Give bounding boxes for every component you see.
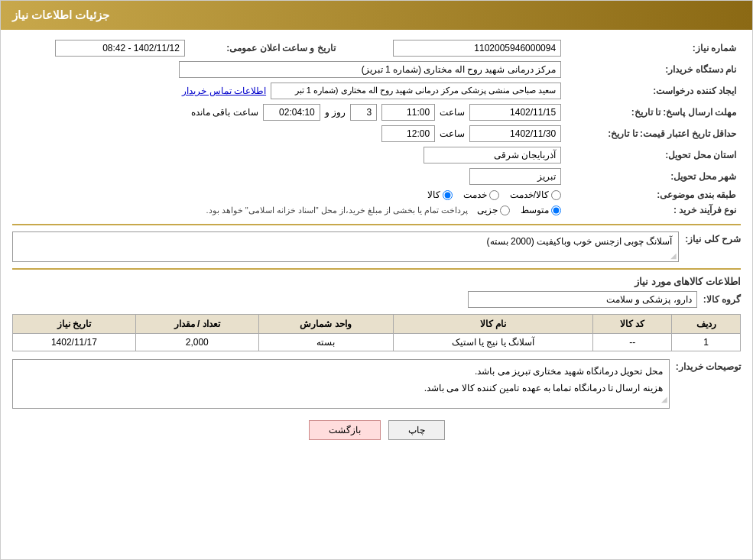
cell-namKala: آسلانگ یا نیج یا استیک [393, 334, 593, 351]
cell-radif: 1 [672, 334, 741, 351]
value-tarikhElan: 1402/11/12 - 08:42 [55, 40, 185, 57]
label-tarikhErsalPasokh: مهلت ارسال پاسخ: تا تاریخ: [566, 102, 741, 123]
value-ijadKonande: سعید صباحی منشی پزشکی مرکز درمانی شهید ر… [271, 83, 561, 99]
radio-kala-khadamat[interactable]: کالا/خدمت [510, 189, 561, 200]
value-shomareNiaz: 1102005946000094 [393, 40, 561, 57]
main-info-table: شماره نیاز: 1102005946000094 تاریخ و ساع… [12, 37, 741, 218]
noeFarayand-note: پرداخت تمام یا بخشی از مبلغ خرید،از محل … [206, 206, 469, 215]
table-row: 1--آسلانگ یا نیج یا استیکبسته2,0001402/1… [13, 334, 741, 351]
row-noeFarayand: نوع فرآیند خرید : متوسط جزیی [12, 202, 741, 218]
label-tarikhElan: تاریخ و ساعت اعلان عمومی: [190, 37, 340, 59]
row-namDastgah: نام دستگاه خریدار: مرکز درمانی شهید روح … [12, 59, 741, 80]
sharh-koli-row: شرح کلی نیاز: آسلانگ چوبی ازجنس خوب وباک… [12, 231, 741, 262]
label-namDastgah: نام دستگاه خریدار: [566, 59, 741, 80]
label-saat2: ساعت [440, 128, 465, 139]
cell-tedad: 2,000 [135, 334, 258, 351]
cell-vahed: بسته [258, 334, 393, 351]
label-shomareNiaz: شماره نیاز: [566, 37, 741, 59]
row-ostan: استان محل تحویل: آذربایجان شرقی [12, 144, 741, 166]
page-header: جزئیات اطلاعات نیاز [1, 1, 752, 30]
group-kala-row: گروه کالا: دارو، پزشکی و سلامت [12, 291, 741, 308]
value-groupKala: دارو، پزشکی و سلامت [468, 291, 697, 308]
row-shomareNiaz: شماره نیاز: 1102005946000094 تاریخ و ساع… [12, 37, 741, 59]
contact-info-link[interactable]: اطلاعات تماس خریدار [182, 86, 266, 96]
page-wrapper: جزئیات اطلاعات نیاز شماره نیاز: 11020059… [0, 0, 753, 560]
value-ersal-date: 1402/11/15 [469, 104, 561, 121]
col-kodKala: کد کالا [593, 315, 672, 334]
goods-table-head: ردیف کد کالا نام کالا واحد شمارش تعداد /… [13, 315, 741, 334]
value-sharhKoli: آسلانگ چوبی ازجنس خوب وباکیفیت (2000 بست… [12, 231, 679, 262]
button-row: چاپ بازگشت [12, 420, 741, 440]
row-shahr: شهر محل تحویل: تبریز [12, 166, 741, 187]
divider1 [12, 224, 741, 225]
label-saat1: ساعت [440, 107, 465, 118]
value-hadAqal-date: 1402/11/30 [469, 125, 561, 142]
label-shahr: شهر محل تحویل: [566, 166, 741, 187]
kalaha-section-title: اطلاعات کالاهای مورد نیاز [12, 276, 741, 287]
value-namDastgah: مرکز درمانی شهید روح اله مختاری (شماره 1… [179, 61, 561, 78]
label-ostan: استان محل تحویل: [566, 144, 741, 166]
value-shahr: تبریز [469, 168, 561, 185]
goods-table-header-row: ردیف کد کالا نام کالا واحد شمارش تعداد /… [13, 315, 741, 334]
print-button[interactable]: چاپ [388, 420, 445, 440]
value-ersal-rooz: 3 [350, 104, 377, 121]
radio-motovaset[interactable]: متوسط [521, 205, 561, 215]
cell-tarikh: 1402/11/17 [13, 334, 136, 351]
value-ersal-mande: 02:04:10 [263, 104, 320, 121]
row-tabaqe: طبقه بندی موضوعی: کالا/خدمت خدمت [12, 187, 741, 202]
col-namKala: نام کالا [393, 315, 593, 334]
tabaqeBandi-radio-group: کالا/خدمت خدمت کالا [17, 189, 561, 200]
label-hadAqal: حداقل تاریخ اعتبار قیمت: تا تاریخ: [566, 123, 741, 144]
radio-jozii[interactable]: جزیی [477, 205, 510, 215]
col-tedad: تعداد / مقدار [135, 315, 258, 334]
goods-table-body: 1--آسلانگ یا نیج یا استیکبسته2,0001402/1… [13, 334, 741, 351]
label-mande: ساعت باقی مانده [191, 107, 258, 118]
row-ijadKonande: ایجاد کننده درخواست: سعید صباحی منشی پزش… [12, 80, 741, 102]
label-tosiyeh: توصیحات خریدار: [676, 361, 741, 372]
content-area: شماره نیاز: 1102005946000094 تاریخ و ساع… [1, 30, 752, 455]
value-ostan: آذربایجان شرقی [424, 147, 561, 163]
row-tarikhErsalPasokh: مهلت ارسال پاسخ: تا تاریخ: 1402/11/15 سا… [12, 102, 741, 123]
radio-kala[interactable]: کالا [427, 189, 453, 200]
value-hadAqal-saat: 12:00 [381, 125, 435, 142]
tosiyeh-line2: هزینه ارسال تا درمانگاه تماما به عهده تا… [19, 380, 663, 397]
col-tarikh: تاریخ نیاز [13, 315, 136, 334]
radio-khadamat[interactable]: خدمت [463, 189, 499, 200]
label-sharhKoli: شرح کلی نیاز: [685, 234, 741, 244]
col-radif: ردیف [672, 315, 741, 334]
value-tosiyeh: محل تحویل درمانگاه شهید مختاری تبریز می … [12, 359, 670, 409]
label-ijadKonande: ایجاد کننده درخواست: [566, 80, 741, 102]
label-groupKala: گروه کالا: [703, 294, 741, 305]
value-ersal-saat: 11:00 [381, 104, 435, 121]
cell-kodKala: -- [593, 334, 672, 351]
col-vahed: واحد شمارش [258, 315, 393, 334]
label-tabaqe: طبقه بندی موضوعی: [566, 187, 741, 202]
row-hadAqal: حداقل تاریخ اعتبار قیمت: تا تاریخ: 1402/… [12, 123, 741, 144]
divider2 [12, 268, 741, 270]
goods-table: ردیف کد کالا نام کالا واحد شمارش تعداد /… [12, 314, 741, 351]
tosiyeh-row: توصیحات خریدار: محل تحویل درمانگاه شهید … [12, 359, 741, 409]
back-button[interactable]: بازگشت [309, 420, 381, 440]
page-title: جزئیات اطلاعات نیاز [12, 8, 109, 21]
label-noeFarayand: نوع فرآیند خرید : [566, 202, 741, 218]
label-rooz: روز و [325, 107, 346, 118]
noeFarayand-radio-group: متوسط جزیی [477, 205, 561, 215]
tosiyeh-line1: محل تحویل درمانگاه شهید مختاری تبریز می … [19, 364, 663, 380]
